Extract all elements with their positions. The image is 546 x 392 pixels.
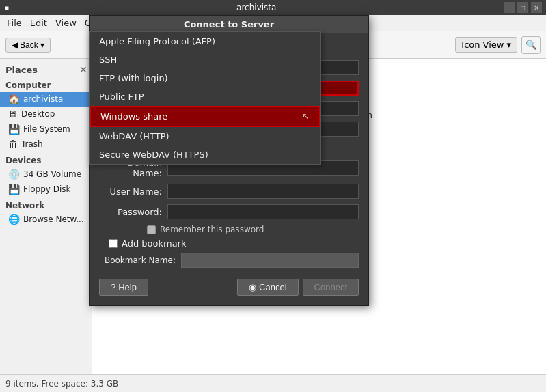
bookmark-name-input[interactable] — [181, 253, 359, 268]
dropdown-item-webdav[interactable]: WebDAV (HTTP) — [90, 127, 320, 145]
username-row: User Name: — [99, 184, 359, 199]
cursor-indicator: ↖ — [302, 111, 310, 122]
radio-icon: ◉ — [249, 282, 256, 292]
connect-button[interactable]: Connect — [303, 279, 359, 296]
cancel-button[interactable]: ◉ Cancel — [237, 279, 298, 296]
password-row: Password: — [99, 204, 359, 219]
bookmark-name-label: Bookmark Name: — [99, 255, 181, 265]
dropdown-item-public-ftp[interactable]: Public FTP — [90, 87, 320, 106]
dropdown-item-ftp[interactable]: FTP (with login) — [90, 69, 320, 87]
username-input[interactable] — [167, 184, 359, 199]
remember-label: Remember this password — [160, 225, 264, 234]
remember-password-row: Remember this password — [147, 225, 359, 234]
type-dropdown-menu: Apple Filing Protocol (AFP) SSH FTP (wit… — [89, 31, 321, 165]
add-bookmark-label: Add bookmark — [122, 238, 187, 249]
connect-label: Connect — [314, 282, 347, 292]
help-icon: ? — [111, 282, 115, 292]
username-label: User Name: — [99, 186, 167, 197]
help-button[interactable]: ? Help — [99, 279, 148, 296]
remember-password-checkbox[interactable] — [147, 225, 156, 234]
bookmark-name-row: Bookmark Name: — [99, 253, 359, 268]
cancel-label: Cancel — [259, 282, 286, 292]
dialog-overlay: Connect to Server Server De... Server: T… — [0, 0, 546, 392]
dropdown-item-windows-share[interactable]: Windows share ↖ — [90, 106, 320, 127]
dropdown-item-afp[interactable]: Apple Filing Protocol (AFP) — [90, 32, 320, 51]
add-bookmark-checkbox[interactable] — [109, 239, 118, 248]
dialog-buttons: ? Help ◉ Cancel Connect — [99, 273, 359, 298]
password-input[interactable] — [167, 204, 359, 219]
dialog-title: Connect to Server — [184, 19, 274, 29]
password-label: Password: — [99, 207, 167, 217]
dropdown-item-ssh[interactable]: SSH — [90, 51, 320, 69]
dropdown-item-secure-webdav[interactable]: Secure WebDAV (HTTPS) — [90, 145, 320, 164]
add-bookmark-row: Add bookmark — [109, 238, 359, 249]
help-label: Help — [118, 282, 137, 292]
action-buttons: ◉ Cancel Connect — [237, 279, 359, 296]
